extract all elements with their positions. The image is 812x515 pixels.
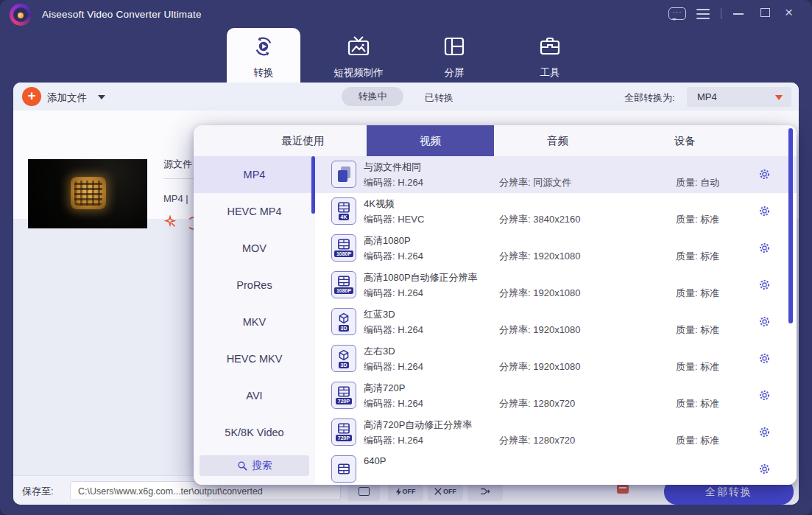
format-film-icon: 720P xyxy=(331,418,356,446)
format-row[interactable]: 与源文件相同编码器: H.264分辨率: 同源文件质量: 自动 xyxy=(315,156,797,193)
format-cube-icon: 3D xyxy=(331,345,356,372)
format-badge: 1080P xyxy=(334,287,353,294)
add-files-icon[interactable]: + xyxy=(22,87,41,106)
format-cube-icon: 3D xyxy=(331,308,356,335)
format-quality: 质量: 标准 xyxy=(676,250,719,263)
format-encoder: 编码器: H.264 xyxy=(364,360,423,374)
format-badge: 1080P xyxy=(334,251,353,257)
format-resolution: 分辨率: 1920x1080 xyxy=(499,323,581,337)
format-encoder: 编码器: H.264 xyxy=(364,323,423,337)
format-row[interactable]: 640P xyxy=(315,451,797,485)
format-row[interactable]: 720P高清720P自动修正分辨率编码器: H.264分辨率: 1280x720… xyxy=(315,414,797,451)
status-icon[interactable] xyxy=(617,484,629,494)
popup-tab-audio[interactable]: 音频 xyxy=(494,125,621,156)
format-row[interactable]: 720P高清720P编码器: H.264分辨率: 1280x720质量: 标准 xyxy=(315,377,797,414)
format-encoder: 编码器: H.264 xyxy=(364,287,423,300)
format-category-sidebar: MP4HEVC MP4MOVProResMKVHEVC MKVAVI5K/8K … xyxy=(194,156,315,485)
format-row[interactable]: 3D左右3D编码器: H.264分辨率: 1920x1080质量: 标准 xyxy=(315,340,797,377)
format-dropdown-caret xyxy=(775,95,783,104)
settings-gear-icon[interactable] xyxy=(758,352,771,365)
format-resolution: 分辨率: 3840x2160 xyxy=(499,213,581,226)
scissors-icon xyxy=(434,488,442,495)
settings-gear-icon[interactable] xyxy=(758,242,771,254)
app-title: Aiseesoft Video Converter Ultimate xyxy=(42,9,202,20)
sidebar-item-mkv[interactable]: MKV xyxy=(194,304,315,340)
settings-gear-icon[interactable] xyxy=(758,168,771,181)
close-button[interactable]: × xyxy=(785,4,793,21)
format-film-icon xyxy=(331,455,356,483)
add-files-dropdown-caret[interactable] xyxy=(98,95,105,103)
thumbnail-emblem xyxy=(71,177,106,209)
toolbar: + 添加文件 转换中 已转换 全部转换为: MP4 xyxy=(13,83,799,111)
search-icon xyxy=(237,460,247,471)
tab-tools[interactable]: 工具 xyxy=(502,28,598,83)
search-button[interactable]: 搜索 xyxy=(200,455,309,476)
settings-gear-icon[interactable] xyxy=(758,426,771,438)
format-resolution: 分辨率: 1280x720 xyxy=(499,434,575,447)
format-name: 高清720P自动修正分辨率 xyxy=(364,418,472,432)
feedback-icon[interactable]: ··· xyxy=(668,7,686,20)
format-film-icon: 720P xyxy=(331,382,356,409)
format-name: 高清1080P自动修正分辨率 xyxy=(364,271,478,284)
sidebar-item-hevc-mkv[interactable]: HEVC MKV xyxy=(194,340,315,377)
tab-convert[interactable]: 转换 xyxy=(227,28,300,83)
add-files-button[interactable]: 添加文件 xyxy=(47,91,87,105)
format-badge: 720P xyxy=(336,435,352,441)
popup-tab-video[interactable]: 视频 xyxy=(367,125,494,156)
output-format-value: MP4 xyxy=(697,91,717,102)
sidebar-item-mov[interactable]: MOV xyxy=(194,230,315,267)
format-encoder: 编码器: H.264 xyxy=(364,176,423,189)
popup-tab-device[interactable]: 设备 xyxy=(621,125,749,156)
popup-tab-recent[interactable]: 最近使用 xyxy=(239,125,367,156)
format-row[interactable]: 3D红蓝3D编码器: H.264分辨率: 1920x1080质量: 标准 xyxy=(315,304,797,340)
convert-icon xyxy=(227,28,300,65)
app-logo xyxy=(10,4,32,26)
merge-icon xyxy=(480,488,490,495)
sidebar-item-mp4[interactable]: MP4 xyxy=(194,156,315,193)
format-resolution: 分辨率: 同源文件 xyxy=(499,176,571,189)
format-row[interactable]: 1080P高清1080P自动修正分辨率编码器: H.264分辨率: 1920x1… xyxy=(315,267,797,304)
format-film-icon: 1080P xyxy=(331,271,356,298)
video-thumbnail xyxy=(28,159,147,228)
format-name: 高清1080P xyxy=(364,234,411,248)
format-name: 640P xyxy=(364,455,386,466)
settings-gear-icon[interactable] xyxy=(758,205,771,217)
format-encoder: 编码器: H.264 xyxy=(364,397,423,410)
maximize-button[interactable] xyxy=(760,8,770,17)
format-quality: 质量: 自动 xyxy=(676,176,719,189)
format-encoder: 编码器: H.264 xyxy=(364,250,423,263)
format-row[interactable]: 4K4K视频编码器: HEVC分辨率: 3840x2160质量: 标准 xyxy=(315,193,797,230)
converting-tab[interactable]: 转换中 xyxy=(342,87,403,106)
tab-short-video[interactable]: 短视频制作 xyxy=(311,28,406,83)
list-scrollbar[interactable] xyxy=(788,128,793,323)
format-encoder: 编码器: HEVC xyxy=(364,213,424,226)
format-resolution: 分辨率: 1920x1080 xyxy=(499,360,581,374)
sidebar-item-5k-8k-video[interactable]: 5K/8K Video xyxy=(194,414,315,451)
source-file-label: 源文件 xyxy=(163,158,192,171)
menu-icon[interactable] xyxy=(696,9,710,19)
settings-gear-icon[interactable] xyxy=(758,463,771,475)
settings-gear-icon[interactable] xyxy=(758,278,771,291)
tab-split-screen[interactable]: 分屏 xyxy=(406,28,502,83)
magic-wand-icon[interactable] xyxy=(163,215,177,228)
sidebar-item-hevc-mp4[interactable]: HEVC MP4 xyxy=(194,193,315,230)
format-badge: 720P xyxy=(336,398,352,404)
format-quality: 质量: 标准 xyxy=(676,213,719,226)
short-video-icon xyxy=(311,28,406,65)
settings-gear-icon[interactable] xyxy=(758,389,771,402)
convert-all-to-label: 全部转换为: xyxy=(624,91,675,105)
format-resolution: 分辨率: 1920x1080 xyxy=(499,287,581,300)
format-badge: 3D xyxy=(339,325,350,332)
sidebar-item-avi[interactable]: AVI xyxy=(194,377,315,414)
format-resolution: 分辨率: 1920x1080 xyxy=(499,250,581,263)
converted-tab[interactable]: 已转换 xyxy=(425,91,453,105)
settings-gear-icon[interactable] xyxy=(758,315,771,328)
format-row[interactable]: 1080P高清1080P编码器: H.264分辨率: 1920x1080质量: … xyxy=(315,230,797,267)
format-name: 4K视频 xyxy=(364,197,395,211)
sidebar-item-prores[interactable]: ProRes xyxy=(194,267,315,304)
format-name: 高清720P xyxy=(364,382,405,395)
split-screen-icon xyxy=(406,28,502,65)
minimize-button[interactable] xyxy=(733,13,744,15)
output-format-select[interactable]: MP4 xyxy=(687,87,791,107)
folder-icon xyxy=(359,487,370,496)
